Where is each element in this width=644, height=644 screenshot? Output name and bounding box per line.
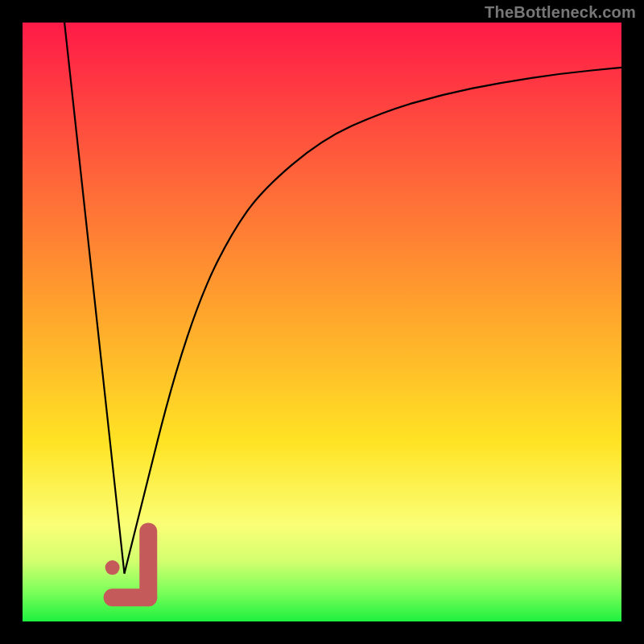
left-line-path	[64, 23, 124, 574]
j-marker-dot	[105, 560, 120, 575]
chart-frame: TheBottleneck.com	[0, 0, 644, 644]
right-curve-path	[125, 68, 622, 574]
plot-area	[23, 23, 621, 621]
chart-svg	[23, 23, 621, 621]
watermark-text: TheBottleneck.com	[485, 3, 636, 22]
